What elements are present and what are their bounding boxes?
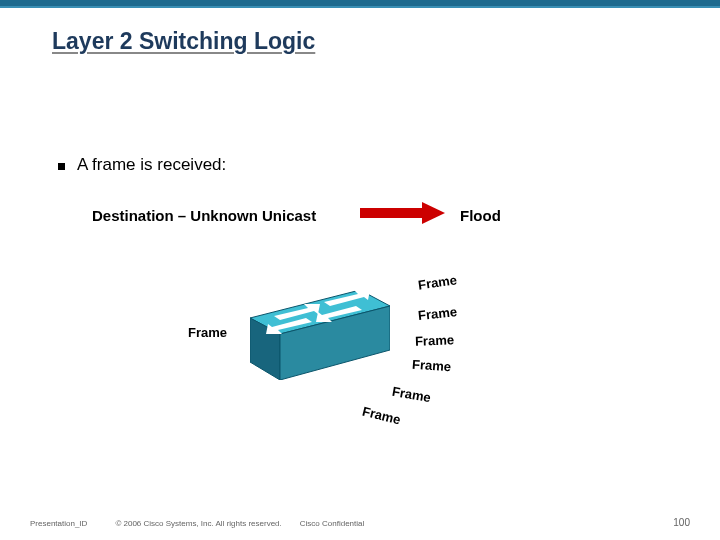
svg-rect-0 <box>360 208 422 218</box>
frame-label-left: Frame <box>188 325 227 340</box>
frame-label-out-4: Frame <box>412 357 452 375</box>
bullet-square-icon <box>58 163 65 170</box>
frame-label-out-5: Frame <box>391 384 432 406</box>
frame-label-out-1: Frame <box>417 272 458 292</box>
flood-label: Flood <box>460 207 501 224</box>
footer: Presentation_ID © 2006 Cisco Systems, In… <box>0 517 720 528</box>
footer-page-number: 100 <box>673 517 690 528</box>
top-bar <box>0 0 720 8</box>
slide-title: Layer 2 Switching Logic <box>52 28 315 55</box>
footer-copyright: © 2006 Cisco Systems, Inc. All rights re… <box>115 519 281 528</box>
switch-icon <box>250 290 390 380</box>
footer-presentation-id: Presentation_ID <box>30 519 87 528</box>
frame-label-out-3: Frame <box>415 332 455 348</box>
svg-marker-1 <box>422 202 445 224</box>
destination-heading: Destination – Unknown Unicast <box>92 207 316 224</box>
frame-label-out-2: Frame <box>417 304 457 323</box>
flood-arrow-icon <box>360 202 445 224</box>
frame-label-out-6: Frame <box>361 404 403 428</box>
footer-confidential: Cisco Confidential <box>300 519 364 528</box>
bullet-line: A frame is received: <box>58 155 226 175</box>
bullet-text: A frame is received: <box>77 155 226 175</box>
